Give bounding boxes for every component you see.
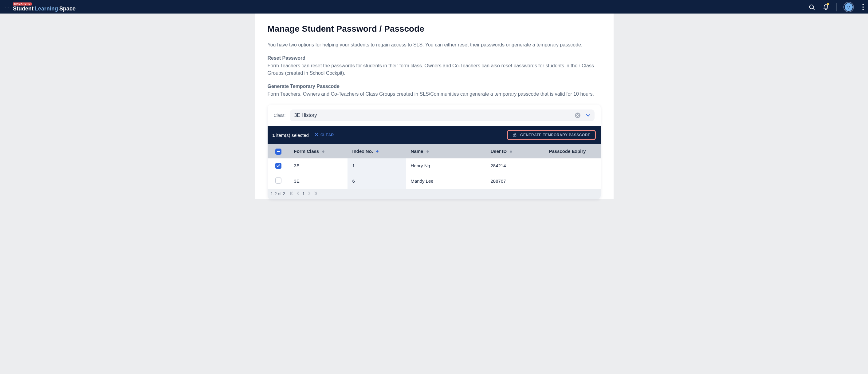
header-checkbox-cell bbox=[268, 144, 289, 159]
pagination-current-page: 1 bbox=[302, 191, 305, 196]
lock-icon bbox=[512, 133, 517, 138]
cell-index-no: 6 bbox=[347, 173, 406, 189]
header-user-id[interactable]: User ID bbox=[486, 144, 544, 159]
cell-index-no: 1 bbox=[347, 159, 406, 173]
brand-part-space: Space bbox=[59, 6, 75, 11]
notification-dot bbox=[827, 3, 829, 5]
cell-passcode-expiry bbox=[544, 159, 601, 173]
section-gen-text: Form Teachers, Owners and Co-Teachers of… bbox=[268, 90, 601, 98]
class-filter-clear-icon[interactable] bbox=[575, 113, 581, 118]
svg-line-1 bbox=[813, 8, 814, 9]
pagination-range: 1-2 of 2 bbox=[271, 191, 285, 196]
header-passcode-expiry[interactable]: Passcode Expiry bbox=[544, 144, 601, 159]
brand-part-student: Student bbox=[13, 6, 33, 11]
table-row: 3E 1 Henry Ng 284214 bbox=[268, 159, 601, 173]
cell-form-class: 3E bbox=[289, 173, 347, 189]
search-icon[interactable] bbox=[808, 3, 815, 11]
sort-asc-icon bbox=[376, 150, 378, 153]
cell-passcode-expiry bbox=[544, 173, 601, 189]
clear-label: CLEAR bbox=[320, 133, 334, 137]
sort-icon bbox=[427, 150, 429, 153]
cell-name: Mandy Lee bbox=[406, 173, 486, 189]
cell-form-class: 3E bbox=[289, 159, 347, 173]
students-table: Form Class Index No. bbox=[268, 144, 601, 189]
class-filter-value: 3E History bbox=[294, 113, 317, 118]
svg-point-2 bbox=[847, 6, 848, 7]
svg-point-3 bbox=[849, 6, 850, 7]
pagination-last-button[interactable] bbox=[314, 191, 318, 196]
sort-icon bbox=[510, 150, 512, 153]
chevron-down-icon[interactable] bbox=[586, 113, 590, 118]
section-gen-title: Generate Temporary Passcode bbox=[268, 84, 601, 89]
selected-count: 1 item(s) selected bbox=[273, 133, 309, 138]
page-container: Manage Student Password / Passcode You h… bbox=[255, 13, 614, 199]
row-checkbox[interactable] bbox=[275, 177, 281, 183]
cell-name: Henry Ng bbox=[406, 159, 486, 173]
close-icon bbox=[314, 132, 319, 138]
notifications-icon[interactable] bbox=[822, 3, 830, 11]
cell-user-id: 284214 bbox=[486, 159, 544, 173]
brand-logo: SINGAPORE Student Learning Space bbox=[13, 2, 75, 11]
generate-temporary-passcode-button[interactable]: GENERATE TEMPORARY PASSCODE bbox=[507, 130, 595, 140]
select-all-checkbox[interactable] bbox=[275, 148, 281, 155]
topbar-divider bbox=[836, 3, 837, 11]
topbar: SINGAPORE Student Learning Space bbox=[0, 0, 868, 13]
section-reset-title: Reset Password bbox=[268, 55, 601, 61]
page-title: Manage Student Password / Passcode bbox=[268, 24, 601, 34]
header-index-no[interactable]: Index No. bbox=[347, 144, 406, 159]
row-checkbox[interactable] bbox=[275, 163, 281, 169]
pagination-next-button[interactable] bbox=[308, 191, 311, 196]
avatar[interactable] bbox=[843, 2, 854, 12]
class-filter-label: Class: bbox=[274, 113, 286, 118]
table-row: 3E 6 Mandy Lee 288767 bbox=[268, 173, 601, 189]
header-name[interactable]: Name bbox=[406, 144, 486, 159]
page-intro: You have two options for helping your st… bbox=[268, 41, 601, 49]
selection-bar: 1 item(s) selected CLEAR GENERATE TEMPOR… bbox=[268, 126, 601, 144]
section-reset-text: Form Teachers can reset the passwords fo… bbox=[268, 62, 601, 77]
apps-icon[interactable] bbox=[2, 3, 10, 11]
table-pagination: 1-2 of 2 1 bbox=[268, 189, 601, 199]
brand-badge: SINGAPORE bbox=[13, 2, 32, 5]
pagination-first-button[interactable] bbox=[289, 191, 293, 196]
brand-part-learning: Learning bbox=[35, 6, 58, 11]
kebab-menu-icon[interactable] bbox=[861, 4, 866, 10]
header-form-class[interactable]: Form Class bbox=[289, 144, 347, 159]
students-card: Class: 3E History 1 item(s) selected bbox=[268, 105, 601, 199]
cell-user-id: 288767 bbox=[486, 173, 544, 189]
class-filter-select[interactable]: 3E History bbox=[290, 110, 594, 121]
pagination-prev-button[interactable] bbox=[296, 191, 299, 196]
sort-icon bbox=[322, 150, 324, 153]
clear-selection-button[interactable]: CLEAR bbox=[314, 132, 334, 138]
generate-label: GENERATE TEMPORARY PASSCODE bbox=[520, 133, 590, 137]
